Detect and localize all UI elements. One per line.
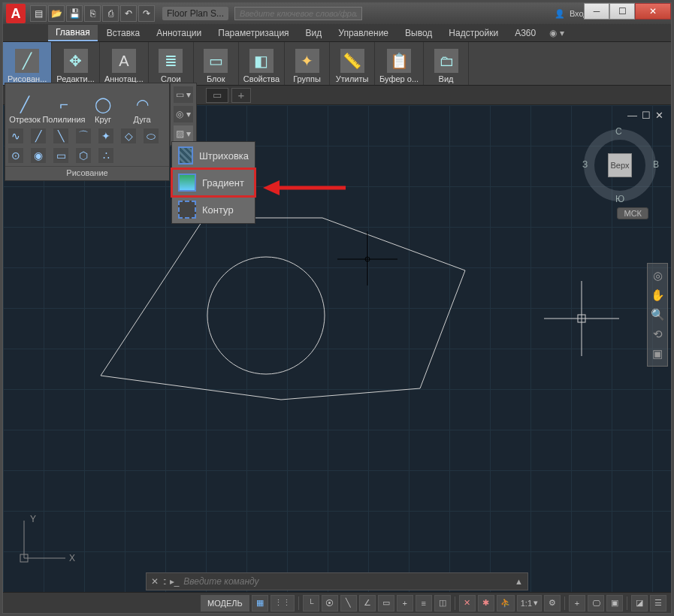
cmdline-history-icon[interactable]: ▲ (515, 577, 523, 586)
tool-small-12[interactable]: ∴ (98, 148, 113, 163)
command-line[interactable]: ✕ :: ▸_ ▲ (146, 572, 528, 590)
status-gear-icon[interactable]: ⚙ (544, 595, 561, 611)
tool-small-1[interactable]: ∿ (8, 128, 23, 143)
cmdline-handle-icon[interactable]: :: (163, 576, 165, 587)
tab-a360[interactable]: A360 (507, 26, 543, 41)
status-iso-icon[interactable]: ╲ (340, 595, 357, 611)
panel-annotate[interactable]: AАннотац... (100, 42, 149, 85)
status-sel-icon[interactable]: ✕ (459, 595, 476, 611)
doc-tab[interactable]: ▭ (206, 88, 228, 103)
panel-properties[interactable]: ◧Свойства (239, 42, 285, 85)
draw-side-column: ▭ ▾ ◎ ▾ ▨ ▾ (170, 83, 197, 146)
boundary-icon (178, 201, 196, 219)
tab-annotate[interactable]: Аннотации (149, 26, 209, 41)
status-monitor-icon[interactable]: 🖵 (588, 595, 604, 611)
window-minimize-icon[interactable]: ─ (584, 3, 609, 20)
tab-manage[interactable]: Управление (331, 26, 396, 41)
tool-small-3[interactable]: ╲ (53, 128, 68, 143)
qat-open-icon[interactable]: 📂 (48, 5, 65, 22)
tool-small-6[interactable]: ◇ (121, 128, 136, 143)
quick-access-toolbar: ▤ 📂 💾 ⎘ ⎙ ↶ ↷ (30, 5, 155, 22)
tool-small-10[interactable]: ▭ (53, 148, 68, 163)
status-dyn-icon[interactable]: + (397, 595, 413, 611)
tool-small-11[interactable]: ⬡ (76, 148, 91, 163)
tab-insert[interactable]: Вставка (99, 26, 148, 41)
tab-parametric[interactable]: Параметризация (210, 26, 296, 41)
panel-clipboard[interactable]: 📋Буфер о... (375, 42, 424, 85)
menu-hatch[interactable]: Штриховка (172, 142, 255, 169)
menu-gradient[interactable]: Градиент (172, 169, 255, 196)
status-osnap-icon[interactable]: ∠ (359, 595, 376, 611)
window-close-icon[interactable]: ✕ (635, 3, 671, 20)
tool-small-2[interactable]: ╱ (31, 128, 46, 143)
doc-add-button[interactable]: + (231, 88, 251, 103)
ucs-icon: Y X (17, 513, 77, 568)
panel-modify[interactable]: ✥Редакти... (52, 42, 100, 85)
drawing-canvas[interactable]: — ☐ ✕ Верх С Ю В З МСК ◎ ✋ 🔍 ⟲ ▣ (3, 105, 671, 613)
drawing-geometry (3, 105, 671, 613)
tool-small-9[interactable]: ◉ (31, 148, 46, 163)
hatch-icon (178, 146, 193, 165)
menu-boundary[interactable]: Контур (172, 196, 255, 223)
app-logo[interactable]: A (6, 4, 26, 23)
qat-redo-icon[interactable]: ↷ (138, 5, 155, 22)
window-maximize-icon[interactable]: ☐ (609, 3, 635, 20)
panel-block[interactable]: ▭Блок (194, 42, 239, 85)
status-scale-button[interactable]: 1:1 ▾ (517, 595, 542, 611)
titlebar: A ▤ 📂 💾 ⎘ ⎙ ↶ ↷ Floor Plan S... 👤 Вход в… (3, 3, 671, 24)
cmdline-prompt-icon: ▸_ (170, 576, 180, 587)
tab-ext1-icon[interactable]: ◉ (549, 28, 557, 38)
tool-small-7[interactable]: ⬭ (144, 128, 159, 143)
draw-panel-title: Рисование (5, 166, 169, 179)
side-rect-icon[interactable]: ▭ ▾ (174, 86, 193, 103)
gradient-icon (178, 174, 196, 192)
status-tpy-icon[interactable]: ◫ (434, 595, 451, 611)
svg-point-1 (207, 257, 325, 374)
status-custom-icon[interactable]: ☰ (650, 595, 666, 611)
side-hatch-dropdown[interactable]: ▨ ▾ (174, 125, 193, 142)
tool-circle[interactable]: ◯Круг (83, 83, 122, 125)
status-gizmo-icon[interactable]: ✱ (478, 595, 494, 611)
status-plus-icon[interactable]: + (569, 595, 585, 611)
svg-marker-0 (101, 218, 465, 400)
qat-plot-icon[interactable]: ⎙ (102, 5, 119, 22)
status-bar: МОДЕЛЬ ▦ ⋮⋮ └ ⦿ ╲ ∠ ▭ + ≡ ◫ ✕ ✱ ⛹ 1:1 ▾ … (3, 592, 671, 613)
panel-view[interactable]: 🗀Вид (424, 42, 469, 85)
status-model-button[interactable]: МОДЕЛЬ (201, 595, 249, 611)
tab-ext2-icon[interactable]: ▾ (560, 28, 564, 38)
tool-small-5[interactable]: ✦ (98, 128, 113, 143)
tab-view[interactable]: Вид (298, 26, 330, 41)
status-otrack-icon[interactable]: ▭ (378, 595, 394, 611)
tool-small-8[interactable]: ⊙ (8, 148, 23, 163)
tool-line[interactable]: ╱Отрезок (5, 83, 44, 125)
status-snap-icon[interactable]: ⋮⋮ (271, 595, 295, 611)
panel-draw[interactable]: ╱Рисован... (3, 42, 52, 85)
tool-polyline[interactable]: ⌐Полилиния (44, 83, 83, 125)
command-input[interactable] (183, 576, 510, 587)
panel-layers[interactable]: ≣Слои (149, 42, 194, 85)
status-grid-icon[interactable]: ▦ (252, 595, 268, 611)
qat-save-icon[interactable]: 💾 (66, 5, 83, 22)
search-input[interactable] (234, 7, 362, 20)
panel-groups[interactable]: ✦Группы (285, 42, 330, 85)
qat-undo-icon[interactable]: ↶ (120, 5, 137, 22)
status-ortho-icon[interactable]: └ (303, 595, 319, 611)
signin-icon[interactable]: 👤 (555, 9, 565, 19)
qat-saveas-icon[interactable]: ⎘ (84, 5, 101, 22)
tab-output[interactable]: Вывод (397, 26, 440, 41)
side-ellipse-icon[interactable]: ◎ ▾ (174, 106, 193, 122)
tool-arc[interactable]: ◠Дуга (122, 83, 162, 125)
tab-home[interactable]: Главная (48, 25, 98, 41)
status-box-icon[interactable]: ▣ (606, 595, 623, 611)
qat-new-icon[interactable]: ▤ (30, 5, 47, 22)
svg-text:X: X (69, 553, 75, 563)
status-polar-icon[interactable]: ⦿ (322, 595, 338, 611)
status-clean-icon[interactable]: ◪ (631, 595, 648, 611)
panel-utilities[interactable]: 📏Утилиты (330, 42, 375, 85)
status-lwt-icon[interactable]: ≡ (416, 595, 432, 611)
cmdline-close-icon[interactable]: ✕ (151, 576, 159, 587)
tab-addins[interactable]: Надстройки (441, 26, 506, 41)
hatch-dropdown-menu: Штриховка Градиент Контур (171, 141, 255, 224)
status-human-icon[interactable]: ⛹ (497, 595, 515, 611)
tool-small-4[interactable]: ⌒ (76, 128, 91, 143)
